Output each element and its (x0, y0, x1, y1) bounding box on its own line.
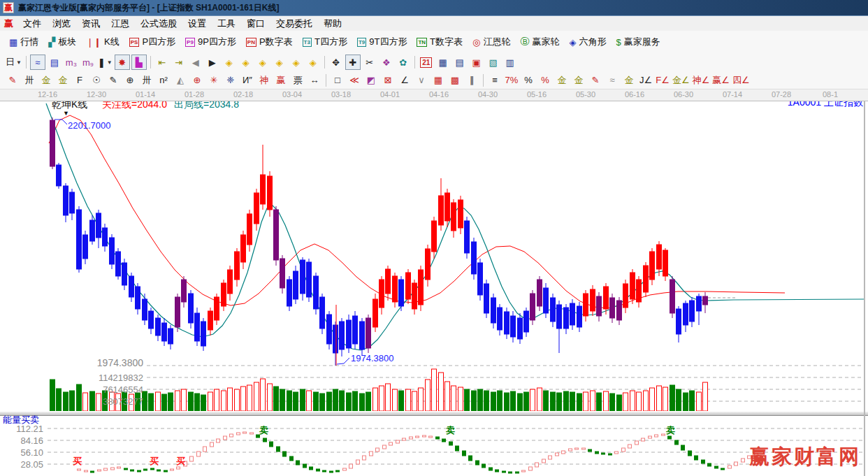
9t-square-button[interactable]: T99T四方形 (352, 34, 412, 50)
indicator-candle (622, 448, 625, 452)
export-image-button[interactable]: ▧ (486, 55, 501, 70)
span-measure-tool[interactable]: ↔ (307, 73, 322, 88)
print-button[interactable]: ▥ (502, 55, 518, 70)
pan-hand-button[interactable]: ✥ (328, 55, 344, 70)
p-square-button[interactable]: PSP四方形 (124, 34, 180, 50)
mdi-child-icon[interactable]: 赢 (4, 17, 13, 30)
gold-circle-tool[interactable]: 金 (554, 73, 570, 88)
winner-wheel-button[interactable]: Ⓑ赢家轮 (515, 34, 564, 50)
cross-box-tool[interactable]: ⊠ (380, 73, 396, 88)
fan-box-tool[interactable]: ◩ (363, 73, 379, 88)
grid-red-tool[interactable]: ▦ (431, 73, 446, 88)
crosshair-button[interactable]: ✚ (345, 55, 361, 70)
si-angle-tool[interactable]: 四∠ (732, 73, 751, 88)
next-bar-button[interactable]: ▶ (205, 55, 220, 70)
calendar-button[interactable]: 21 (419, 55, 434, 70)
menu-item-4[interactable]: 公式选股 (135, 16, 182, 31)
t-square-button[interactable]: T3T四方形 (298, 34, 352, 50)
scroll-left-button[interactable]: ◈ (222, 55, 237, 70)
pen-vline-tool[interactable]: ✎ (588, 73, 603, 88)
shen-angle-tool[interactable]: 神∠ (692, 73, 711, 88)
mirror-angle-tool[interactable]: ◭ (173, 73, 188, 88)
ying-angle-tool[interactable]: 赢∠ (711, 73, 730, 88)
broken-line-tool[interactable]: И″ (240, 73, 255, 88)
kline-button[interactable]: ❘❙K线 (81, 34, 124, 50)
t-number-table-button[interactable]: TNT数字表 (412, 34, 468, 50)
calculator-button[interactable]: ▦ (435, 55, 451, 70)
ying-tool[interactable]: 赢 (273, 73, 289, 88)
last-bar-button[interactable]: ⇥ (171, 55, 187, 70)
pattern-search-button[interactable]: ✿ (396, 55, 411, 70)
percent-retrace-tool[interactable]: 7% (504, 73, 519, 88)
qiankun-pattern-button[interactable]: ✸ (115, 55, 130, 70)
circle-cross-tool[interactable]: ⊕ (189, 73, 205, 88)
angle-lines-tool[interactable]: ∠ (397, 73, 412, 88)
menu-item-1[interactable]: 浏览 (47, 16, 76, 31)
expand-button[interactable]: ◈ (289, 55, 304, 70)
menu-item-3[interactable]: 江恩 (106, 16, 135, 31)
wave9-button[interactable]: m₉ (80, 55, 96, 70)
wave-v-tool[interactable]: ∨ (414, 73, 429, 88)
compress-button[interactable]: ◈ (272, 55, 287, 70)
winner-service-button[interactable]: $赢家服务 (611, 34, 665, 50)
menu-item-0[interactable]: 文件 (17, 16, 47, 31)
step-measure-tool[interactable]: ≡ (487, 73, 502, 88)
menu-item-2[interactable]: 资讯 (76, 16, 106, 31)
first-bar-button[interactable]: ⇤ (154, 55, 170, 70)
indicator-candle (157, 470, 161, 471)
parallel-lines-tool[interactable]: ∥ (464, 73, 479, 88)
candle-style-button[interactable]: ❚▼ (97, 55, 113, 70)
shen-tool[interactable]: 神 (256, 73, 272, 88)
wave-band-tool[interactable]: ≈ (605, 73, 620, 88)
circle-angle-tool[interactable]: ⊕ (122, 73, 138, 88)
box-tool[interactable]: □ (330, 73, 345, 88)
menu-item-9[interactable]: 帮助 (318, 16, 347, 31)
price-ruler-tool[interactable]: 票 (290, 73, 305, 88)
mark-tool-button[interactable]: ❖ (379, 55, 394, 70)
wave3-button[interactable]: m₃ (64, 55, 79, 70)
9p-square-button[interactable]: P99P四方形 (180, 34, 241, 50)
gold-hatch-tool-2[interactable]: 金 (55, 73, 71, 88)
gold-line-tool[interactable]: 金 (571, 73, 586, 88)
p-number-table-button[interactable]: PNP数字表 (241, 34, 298, 50)
percent-line-tool[interactable]: % (537, 73, 553, 88)
menu-item-7[interactable]: 窗口 (241, 16, 270, 31)
snip-measure-button[interactable]: ✂ (362, 55, 377, 70)
grid-box-tool[interactable]: ▩ (447, 73, 463, 88)
hatch-tool[interactable]: 卅 (22, 73, 37, 88)
pane-splitter[interactable] (0, 411, 868, 416)
menu-item-5[interactable]: 设置 (182, 16, 212, 31)
gold-underline-tool[interactable]: 金 (621, 73, 637, 88)
pen-measure-tool[interactable]: ✎ (106, 73, 121, 88)
fit-all-button[interactable]: ◈ (305, 55, 321, 70)
sectors-button[interactable]: ▞板块 (43, 34, 81, 50)
period-day-button[interactable]: 日▼ (5, 55, 22, 70)
pen-tool[interactable]: ✎ (5, 73, 20, 88)
diary-button[interactable]: ▤ (452, 55, 468, 70)
f-hatch-tool[interactable]: F (72, 73, 87, 88)
gann-grid-web-tool[interactable]: ❈ (223, 73, 238, 88)
menu-item-8[interactable]: 交易委托 (270, 16, 318, 31)
n-square-tool[interactable]: n² (156, 73, 171, 88)
volume-profile-button[interactable]: ▙ (131, 55, 147, 70)
gold-angle-tool[interactable]: 金∠ (672, 73, 690, 88)
zoom-horizontal-button[interactable]: ◈ (255, 55, 270, 70)
fan-lines-tool[interactable]: ≪ (347, 73, 362, 88)
gann-web-tool[interactable]: ✳ (206, 73, 222, 88)
menu-item-6[interactable]: 工具 (212, 16, 241, 31)
save-button[interactable]: ▣ (469, 55, 484, 70)
prev-bar-button[interactable]: ◀ (188, 55, 203, 70)
hexagon-button[interactable]: ◈六角形 (564, 34, 611, 50)
spiral-tool[interactable]: ☉ (89, 73, 104, 88)
gann-wheel-button[interactable]: ◎江恩轮 (468, 34, 515, 50)
app-logo-icon[interactable]: 赢 (3, 2, 14, 13)
hatch-tool-2[interactable]: 卅 (139, 73, 154, 88)
gold-hatch-tool-1[interactable]: 金 (38, 73, 54, 88)
percent-tool[interactable]: % (521, 73, 536, 88)
scroll-right-button[interactable]: ◈ (238, 55, 254, 70)
j-angle-tool[interactable]: J∠ (638, 73, 653, 88)
f-angle-tool[interactable]: F∠ (655, 73, 670, 88)
quotes-button[interactable]: ▦行情 (4, 34, 43, 50)
f10-info-button[interactable]: ▤ (47, 55, 62, 70)
qiankun-overlay-button[interactable]: ≈ (30, 55, 45, 70)
